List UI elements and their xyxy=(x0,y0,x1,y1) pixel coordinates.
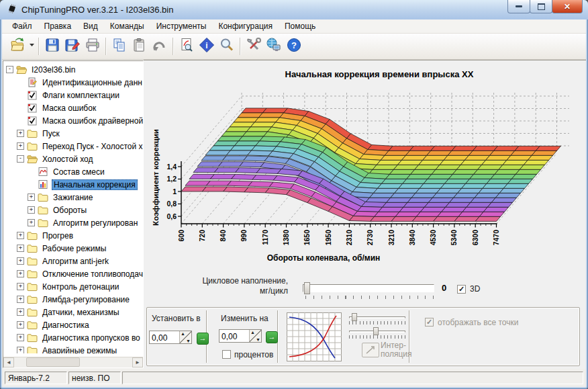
surface-cell[interactable] xyxy=(499,165,524,169)
surface-cell[interactable] xyxy=(427,150,452,155)
scrollbar-track[interactable] xyxy=(14,357,132,368)
surface-cell[interactable] xyxy=(520,165,544,169)
surface-cell[interactable] xyxy=(483,183,507,188)
surface-cell[interactable] xyxy=(393,165,418,169)
surface-cell[interactable] xyxy=(487,179,511,183)
surface-cell[interactable] xyxy=(244,156,268,161)
change-by-spinedit[interactable]: 0,00 ▲▼ xyxy=(219,329,262,343)
surface-cell[interactable] xyxy=(197,162,222,167)
expand-icon[interactable]: + xyxy=(17,245,24,252)
tree-item-17[interactable]: +Контроль детонации xyxy=(3,280,143,293)
surface-cell[interactable] xyxy=(377,160,401,165)
tree-item-root[interactable]: -I203el36.bin xyxy=(3,63,143,76)
surface-cell[interactable] xyxy=(185,181,210,185)
surface-cell[interactable] xyxy=(226,150,251,155)
surface-cell[interactable] xyxy=(218,162,243,167)
expand-icon[interactable]: + xyxy=(17,321,24,329)
surface-cell[interactable] xyxy=(511,174,536,179)
tree-item-10[interactable]: +Зажигание xyxy=(3,191,143,204)
tree-item-5[interactable]: +Пуск xyxy=(3,127,143,140)
surface-cell[interactable] xyxy=(256,141,281,146)
surface-cell[interactable] xyxy=(415,188,440,193)
surface-cell[interactable] xyxy=(503,160,528,165)
surface-cell[interactable] xyxy=(456,165,481,169)
surface-cell[interactable] xyxy=(230,122,254,127)
surface-cell[interactable] xyxy=(495,169,520,174)
preview-button[interactable] xyxy=(177,36,197,56)
surface-cell[interactable] xyxy=(349,216,374,221)
scrollbar-thumb[interactable] xyxy=(26,357,80,367)
tree-item-21[interactable]: +Диагностика пропусков во xyxy=(3,331,143,344)
surface-cell[interactable] xyxy=(234,141,259,146)
checkbox-3d[interactable] xyxy=(457,285,466,294)
surface-cell[interactable] xyxy=(446,202,471,207)
surface-cell[interactable] xyxy=(516,169,540,174)
surface-cell[interactable] xyxy=(369,193,394,198)
surface-cell[interactable] xyxy=(440,183,465,188)
surface-cell[interactable] xyxy=(228,181,252,186)
surface-cell[interactable] xyxy=(391,216,416,221)
surface-cell[interactable] xyxy=(224,187,248,192)
expand-icon[interactable]: + xyxy=(17,257,24,265)
surface-cell[interactable] xyxy=(262,108,287,113)
menu-item-3[interactable]: Вид xyxy=(77,19,104,33)
surface-cell[interactable] xyxy=(432,193,457,198)
surface-cell[interactable] xyxy=(511,150,536,155)
surface-cell[interactable] xyxy=(469,150,493,155)
surface-cell[interactable] xyxy=(503,183,528,188)
surface-cell[interactable] xyxy=(470,174,495,179)
interp-slider-2[interactable] xyxy=(349,329,405,333)
surface-cell[interactable] xyxy=(395,188,420,193)
surface-cell[interactable] xyxy=(214,168,239,173)
surface-cell[interactable] xyxy=(407,198,432,202)
surface-cell[interactable] xyxy=(466,179,491,183)
surface-cell[interactable] xyxy=(524,160,548,165)
surface-cell[interactable] xyxy=(452,169,477,174)
surface-cell[interactable] xyxy=(389,146,413,150)
collapse-icon[interactable]: - xyxy=(6,66,13,73)
save-as-button[interactable] xyxy=(62,36,83,56)
expand-icon[interactable]: + xyxy=(17,142,24,150)
surface-cell[interactable] xyxy=(444,179,469,183)
surface-cell[interactable] xyxy=(387,198,411,202)
surface-cell[interactable] xyxy=(389,169,414,174)
surface-cell[interactable] xyxy=(528,155,552,160)
surface-cell[interactable] xyxy=(423,155,448,160)
surface-cell[interactable] xyxy=(454,193,479,198)
cyclic-fill-slider-thumb[interactable] xyxy=(304,282,310,294)
surface-cell[interactable] xyxy=(361,202,386,207)
surface-cell[interactable] xyxy=(536,146,560,150)
surface-cell[interactable] xyxy=(240,162,264,167)
surface-cell[interactable] xyxy=(434,216,458,221)
surface-cell[interactable] xyxy=(448,174,473,179)
open-dropdown-button[interactable] xyxy=(28,36,36,56)
surface-cell[interactable] xyxy=(353,211,378,216)
surface-cell[interactable] xyxy=(438,212,462,216)
tree-item-18[interactable]: +Лямбда-регулирование xyxy=(3,293,143,306)
expand-icon[interactable]: + xyxy=(17,270,24,277)
surface-cell[interactable] xyxy=(395,212,420,216)
surface-cell[interactable] xyxy=(385,150,409,155)
surface-cell[interactable] xyxy=(482,160,507,165)
menu-item-4[interactable]: Команды xyxy=(104,19,150,33)
print-button[interactable] xyxy=(83,36,103,56)
surface-cell[interactable] xyxy=(420,183,444,188)
surface-cell[interactable] xyxy=(452,146,477,150)
surface-cell[interactable] xyxy=(474,169,499,174)
surface-cell[interactable] xyxy=(202,187,227,191)
surface-cell[interactable] xyxy=(252,175,277,180)
surface-cell[interactable] xyxy=(462,183,487,188)
expand-icon[interactable]: + xyxy=(17,347,24,353)
save-button[interactable] xyxy=(42,36,62,56)
tree-item-6[interactable]: +Переход Пуск - Холостой х xyxy=(3,140,143,153)
slider-thumb[interactable] xyxy=(352,313,357,321)
surface-cell[interactable] xyxy=(405,150,430,155)
show-all-points-checkbox[interactable] xyxy=(425,318,434,327)
surface-cell[interactable] xyxy=(471,198,495,202)
surface-cell[interactable] xyxy=(424,179,448,183)
surface-cell[interactable] xyxy=(238,136,263,141)
tree-item-15[interactable]: +Алгоритм anti-jerk xyxy=(3,255,143,267)
surface-cell[interactable] xyxy=(507,179,532,183)
surface-cell[interactable] xyxy=(436,188,461,193)
surface-cell[interactable] xyxy=(424,202,449,207)
